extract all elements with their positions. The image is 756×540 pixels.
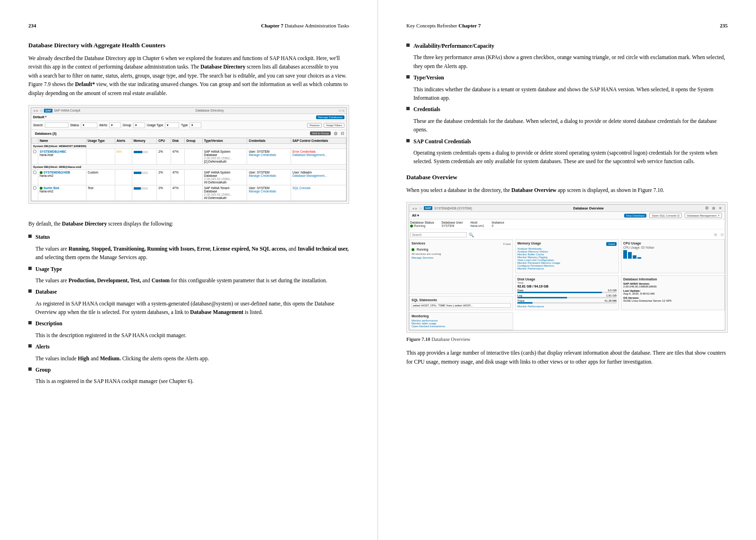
last-update-value: Aug 6, 2020, 9:49:52 AM [623,292,654,295]
row-checkbox[interactable] [32,148,38,164]
row3-disk: 47% [171,185,184,200]
group-filter-label: Group [123,123,131,127]
sql-input[interactable] [412,303,511,308]
memory-bar-3 [134,187,148,190]
figure-10-caption: Figure 7.10 Database Overview [406,337,728,342]
expand-icon-db: ⊞ [712,206,715,210]
search-icon-db: 🔍 [469,233,474,237]
bullet-label-usage-type: Usage Type [35,265,62,273]
cpu-tile: CPU Usage CPU Usage: 53 %/Awr [621,239,725,273]
bullet-text-availability: The three key performance areas (KPAs) s… [413,53,728,70]
hana-version-row: SAP HANA Version: 2.00.045.00.1596051999… [623,282,722,288]
memory-tile-title: Memory Usage [517,242,541,245]
services-count: 5 host [503,243,511,245]
row2-type: SAP HANA SystemDatabase2.00.045.00.15960… [202,169,247,185]
sap-logo: SAP [44,109,52,113]
trace-bar-fill [517,302,533,304]
bullet-icon-type-version [406,75,410,78]
sql-tile-title: SQL Statements [412,298,437,302]
figure-7-9-container: ◀ ▶ ⊡ SAP SAP HANA Cockpit Database Dire… [28,105,349,204]
db-user-meta: Database User SYSTEM [442,221,463,227]
add-to-group-btn[interactable]: Add to Group [310,131,331,135]
screenshot-toolbar: Default * Manage Databases [31,114,346,121]
stop-database-btn[interactable]: Stop Database [624,214,647,218]
db-overview-search[interactable] [410,232,467,237]
open-blocked-link[interactable]: Open blocked transactions [412,325,511,328]
row3-sap-ctrl: SQL Console [291,185,346,200]
row3-checkbox-input[interactable] [33,186,36,190]
data-bar-container [517,292,617,293]
manage-services-link[interactable]: Manage Services [412,256,511,259]
page-header-left: 234 Chapter 7 Database Administration Ta… [28,23,349,28]
col-sap-control: SAP Control Credentials [291,138,346,143]
bullet-list-left: Status The values are Running, Stopped, … [28,233,349,385]
row3-name: Surfer Bedhana-vm2 [38,185,86,200]
memory-used-chip[interactable]: Used [606,242,617,246]
status-filter-select[interactable]: ▾ [81,122,97,128]
row1-usage-type [86,148,115,164]
row3-cred: User: SYSTEMManage Credentials [247,185,291,200]
type-filter-select[interactable]: ▾ [189,122,201,128]
row2-checkbox-input[interactable] [33,171,36,174]
bullet-database: Database [28,287,349,296]
row1-group [185,148,203,164]
bullet-text-sap-control-cred: Operating system credentials opens a dia… [413,148,728,166]
sql-tile: SQL Statements [409,296,513,310]
bullet-status: Status [28,233,349,241]
row3-usage-type: Test [86,185,115,200]
group-header-1: System DB@Host: HDBHOST (HDBSID) [32,143,346,148]
alerts-filter-select[interactable]: ▾ [109,122,121,128]
services-status: Running [417,248,428,251]
row3-group [185,185,203,200]
db-overview-breadcrumb: SYSTEM@HDB (SYSTEM) [434,207,472,210]
row1-type: SAP HANA SystemDatabase2.00.045.00.15962… [202,148,247,164]
row3-checkbox[interactable] [32,185,38,200]
col-name: Name [38,138,86,143]
cpu-bar-2 [628,252,632,259]
usagetype-filter-select[interactable]: ▾ [165,122,179,128]
row2-alerts [115,169,132,185]
bullet-icon-alerts [28,344,32,348]
services-sub: All services are running [412,253,511,255]
bullet-icon-database [28,289,32,293]
row2-usage-type: Custom [86,169,115,185]
row1-sap-ctrl: Error CredentialsDatabase Management... [291,148,346,164]
col-group: Group [185,138,203,143]
adapt-filters-btn[interactable]: Adapt Filters [324,123,344,128]
db-overview-toolbar: All ▾ Stop Database Open SQL Console ⊡ D… [409,212,725,219]
bullet-label-status: Status [35,233,50,241]
bullet-icon-availability [406,44,410,47]
database-table: Name Usage Type Alerts Memory CPU Disk G… [31,138,346,201]
search-input-fig9[interactable] [45,122,69,128]
alerts-filter-label: Alerts [99,123,107,127]
restore-btn[interactable]: Restore [307,123,322,128]
cpu-value: CPU Usage: 53 %/Awr [623,246,722,249]
hana-version-value: 2.00.045.00.1596051999S [623,285,657,288]
row1-checkbox[interactable] [33,150,36,153]
bullet-text-database: As registered in SAP HANA cockpit manage… [35,299,349,317]
log-bar-container [517,297,617,298]
chapter-title-right: Key Concepts Refresher Chapter 7 [406,23,481,28]
screenshot-filters: Search Status ▾ Alerts ▾ Group ▾ Usage T… [31,121,346,130]
right-page: Key Concepts Refresher Chapter 7 235 Ava… [378,0,756,540]
figure-7-10-container: ◀ ▶ ⊡ SAP SYSTEM@HDB (SYSTEM) Database O… [406,202,728,333]
row3-cpu: 2% [157,185,171,200]
bullet-label-database: Database [35,287,57,296]
bullet-credentials: Credentials [406,105,728,113]
open-sql-console-btn[interactable]: Open SQL Console ⊡ [649,213,681,218]
cpu-bar-3 [633,255,636,259]
row2-checkbox[interactable] [32,169,38,185]
db-info-tile: Database Information SAP HANA Version: 2… [621,275,725,310]
group-filter-select[interactable]: ▾ [133,122,145,128]
database-management-btn[interactable]: Database Management ↗ [685,213,722,218]
figure-7-9-screenshot: ◀ ▶ ⊡ SAP SAP HANA Cockpit Database Dire… [31,107,347,201]
memory-monitor-perf-link[interactable]: Monitor Performance [517,267,617,270]
row2-cpu: 2% [157,169,171,185]
figure-7-10-screenshot: ◀ ▶ ⊡ SAP SYSTEM@HDB (SYSTEM) Database O… [409,204,725,331]
col-cpu: CPU [157,138,171,143]
default-view-label: Default * [33,115,46,119]
settings-icon: ⚙ [334,131,338,136]
nav-page-title: Database Directory [82,109,337,112]
disk-monitor-perf-link[interactable]: Monitor Performance [517,305,617,308]
row1-memory [132,148,157,164]
